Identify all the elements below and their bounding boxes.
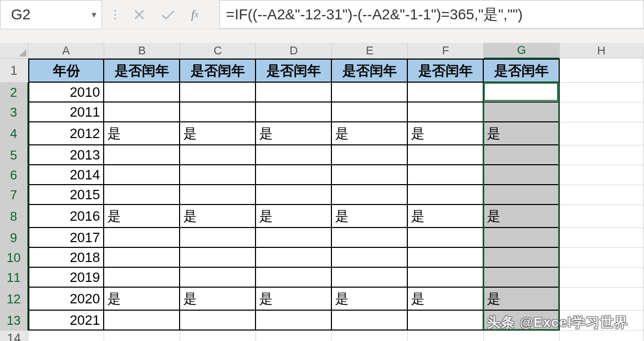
cell-G5[interactable]: [484, 145, 560, 165]
cell-D12[interactable]: 是: [256, 288, 332, 311]
cell-F4[interactable]: 是: [408, 122, 484, 145]
row-header-1[interactable]: 1: [0, 59, 28, 83]
cell-E2[interactable]: [332, 83, 408, 103]
cell-H1[interactable]: [560, 59, 643, 83]
column-header-E[interactable]: E: [332, 43, 408, 59]
cell-D4[interactable]: 是: [256, 122, 332, 145]
cell-D11[interactable]: [256, 268, 332, 288]
row-header-13[interactable]: 13: [0, 311, 28, 331]
cell-G7[interactable]: [484, 185, 560, 205]
cell-H2[interactable]: [560, 83, 643, 103]
cell-F9[interactable]: [408, 228, 484, 248]
column-header-F[interactable]: F: [408, 43, 484, 59]
cell-G6[interactable]: [484, 165, 560, 185]
cell-A11[interactable]: 2019: [28, 268, 104, 288]
cell-A6[interactable]: 2014: [28, 165, 104, 185]
column-header-G[interactable]: G: [484, 43, 560, 59]
cell-B8[interactable]: 是: [104, 205, 180, 228]
row-header-12[interactable]: 12: [0, 288, 28, 311]
cell-C7[interactable]: [180, 185, 256, 205]
cell-D7[interactable]: [256, 185, 332, 205]
cell-E4[interactable]: 是: [332, 122, 408, 145]
row-header-8[interactable]: 8: [0, 205, 28, 228]
cell-F3[interactable]: [408, 103, 484, 122]
cell-F10[interactable]: [408, 248, 484, 268]
cell-E8[interactable]: 是: [332, 205, 408, 228]
cell-E13[interactable]: [332, 311, 408, 331]
cell-D14[interactable]: [256, 331, 332, 341]
cell-F8[interactable]: 是: [408, 205, 484, 228]
cell-E7[interactable]: [332, 185, 408, 205]
cell-C12[interactable]: 是: [180, 288, 256, 311]
cell-A12[interactable]: 2020: [28, 288, 104, 311]
row-header-10[interactable]: 10: [0, 248, 28, 268]
cell-F14[interactable]: [408, 331, 484, 341]
cell-H6[interactable]: [560, 165, 643, 185]
cell-B2[interactable]: [104, 83, 180, 103]
cell-A3[interactable]: 2011: [28, 103, 104, 122]
cell-H8[interactable]: [560, 205, 643, 228]
cell-C6[interactable]: [180, 165, 256, 185]
cell-F7[interactable]: [408, 185, 484, 205]
cell-B9[interactable]: [104, 228, 180, 248]
cell-H11[interactable]: [560, 268, 643, 288]
row-header-9[interactable]: 9: [0, 228, 28, 248]
cell-H7[interactable]: [560, 185, 643, 205]
row-header-11[interactable]: 11: [0, 268, 28, 288]
cell-C1[interactable]: 是否闰年: [180, 59, 256, 83]
cell-A14[interactable]: [28, 331, 104, 341]
column-header-C[interactable]: C: [180, 43, 256, 59]
cell-E5[interactable]: [332, 145, 408, 165]
cell-G9[interactable]: [484, 228, 560, 248]
cell-F13[interactable]: [408, 311, 484, 331]
cell-B5[interactable]: [104, 145, 180, 165]
cell-A9[interactable]: 2017: [28, 228, 104, 248]
name-box[interactable]: G2 ▾: [0, 0, 102, 29]
cell-B6[interactable]: [104, 165, 180, 185]
cell-C9[interactable]: [180, 228, 256, 248]
cell-E1[interactable]: 是否闰年: [332, 59, 408, 83]
cell-D13[interactable]: [256, 311, 332, 331]
cell-F12[interactable]: 是: [408, 288, 484, 311]
row-header-2[interactable]: 2: [0, 83, 28, 103]
cell-F6[interactable]: [408, 165, 484, 185]
cell-E14[interactable]: [332, 331, 408, 341]
cell-A8[interactable]: 2016: [28, 205, 104, 228]
enter-icon[interactable]: [161, 9, 175, 20]
cell-C2[interactable]: [180, 83, 256, 103]
cell-B14[interactable]: [104, 331, 180, 341]
cell-G14[interactable]: [484, 331, 560, 341]
cell-E9[interactable]: [332, 228, 408, 248]
cell-C11[interactable]: [180, 268, 256, 288]
cell-E3[interactable]: [332, 103, 408, 122]
row-header-4[interactable]: 4: [0, 122, 28, 145]
column-header-A[interactable]: A: [28, 43, 104, 59]
cell-H10[interactable]: [560, 248, 643, 268]
cell-G10[interactable]: [484, 248, 560, 268]
cell-A10[interactable]: 2018: [28, 248, 104, 268]
cell-E6[interactable]: [332, 165, 408, 185]
cell-C8[interactable]: 是: [180, 205, 256, 228]
cell-H9[interactable]: [560, 228, 643, 248]
cell-G12[interactable]: 是: [484, 288, 560, 311]
cell-G8[interactable]: 是: [484, 205, 560, 228]
cell-B1[interactable]: 是否闰年: [104, 59, 180, 83]
column-header-H[interactable]: H: [560, 43, 643, 59]
cell-F11[interactable]: [408, 268, 484, 288]
cell-G2[interactable]: [484, 83, 560, 103]
cell-B12[interactable]: 是: [104, 288, 180, 311]
cell-C14[interactable]: [180, 331, 256, 341]
cell-D1[interactable]: 是否闰年: [256, 59, 332, 83]
row-header-7[interactable]: 7: [0, 185, 28, 205]
row-header-6[interactable]: 6: [0, 165, 28, 185]
cell-A13[interactable]: 2021: [28, 311, 104, 331]
cells-area[interactable]: 年份是否闰年是否闰年是否闰年是否闰年是否闰年是否闰年201020112012是是…: [28, 59, 643, 341]
cell-H3[interactable]: [560, 103, 643, 122]
cell-G1[interactable]: 是否闰年: [484, 59, 560, 83]
row-header-5[interactable]: 5: [0, 145, 28, 165]
cell-A7[interactable]: 2015: [28, 185, 104, 205]
cell-E12[interactable]: 是: [332, 288, 408, 311]
cell-G4[interactable]: 是: [484, 122, 560, 145]
cell-A2[interactable]: 2010: [28, 83, 104, 103]
cell-F1[interactable]: 是否闰年: [408, 59, 484, 83]
